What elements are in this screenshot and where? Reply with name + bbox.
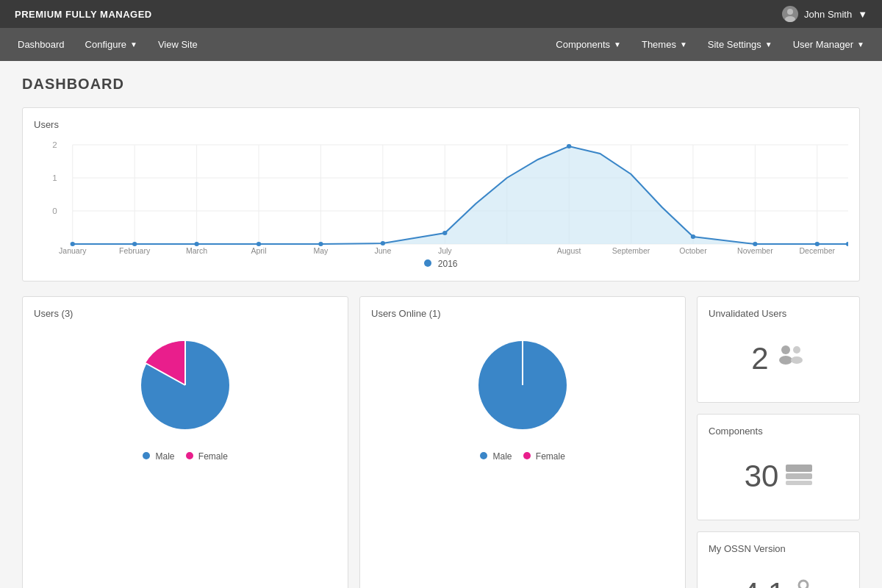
svg-point-24 [194, 242, 198, 246]
nav-dashboard[interactable]: Dashboard [7, 28, 75, 61]
svg-text:September: September [612, 247, 650, 255]
svg-point-54 [791, 356, 803, 364]
svg-point-52 [779, 356, 792, 365]
male-online-dot [480, 452, 487, 459]
unvalidated-title: Unvalidated Users [709, 308, 848, 319]
user-caret: ▼ [858, 9, 867, 20]
svg-point-1 [785, 16, 795, 22]
svg-text:2: 2 [52, 140, 57, 149]
user-manager-caret: ▼ [857, 40, 864, 49]
female-dot [186, 452, 193, 459]
users-online-title: Users Online (1) [371, 308, 674, 319]
female-online-legend: Female [523, 451, 565, 462]
svg-point-22 [71, 242, 75, 246]
user-avatar [782, 6, 798, 22]
svg-point-25 [257, 242, 261, 246]
components-caret: ▼ [614, 40, 621, 49]
user-menu[interactable]: John Smith ▼ [782, 6, 867, 22]
components-icon [786, 461, 812, 492]
configure-caret: ▼ [130, 40, 137, 49]
main-content: DASHBOARD Users 2 1 0 [0, 61, 882, 588]
svg-text:July: July [438, 247, 453, 255]
male-dot [143, 452, 150, 459]
right-stats-column: Unvalidated Users 2 Components [697, 296, 860, 588]
svg-point-27 [381, 241, 385, 245]
svg-point-26 [318, 242, 323, 246]
svg-text:December: December [799, 247, 835, 255]
ossn-title: My OSSN Version [709, 543, 848, 554]
page-title: DASHBOARD [22, 76, 860, 93]
svg-point-28 [442, 231, 447, 235]
nav-site-settings[interactable]: Site Settings ▼ [698, 28, 783, 61]
female-legend: Female [186, 451, 228, 462]
users-chart-title: Users [34, 119, 848, 130]
themes-caret: ▼ [680, 40, 687, 49]
users-card-title: Users (3) [34, 308, 337, 319]
unvalidated-card: Unvalidated Users 2 [697, 296, 860, 403]
nav-themes[interactable]: Themes ▼ [631, 28, 698, 61]
users-chart: 2 1 0 [34, 137, 848, 270]
ossn-value: 4.1 [709, 562, 848, 588]
components-title: Components [709, 426, 848, 437]
svg-text:May: May [313, 247, 329, 255]
users-online-card: Users Online (1) Male Female [359, 296, 686, 588]
svg-text:October: October [679, 247, 707, 255]
nav-bar: Dashboard Configure ▼ View Site Componen… [0, 28, 882, 61]
nav-configure[interactable]: Configure ▼ [75, 28, 148, 61]
users-card: Users (3) Male Fe [22, 296, 348, 588]
svg-point-23 [132, 242, 137, 246]
svg-text:April: April [251, 247, 266, 255]
nav-user-manager[interactable]: User Manager ▼ [783, 28, 875, 61]
users-chart-card: Users 2 1 0 [22, 107, 860, 282]
male-legend: Male [143, 451, 174, 462]
nav-right: Components ▼ Themes ▼ Site Settings ▼ Us… [545, 28, 875, 61]
nav-components[interactable]: Components ▼ [545, 28, 631, 61]
svg-rect-56 [786, 473, 812, 479]
svg-rect-57 [786, 481, 812, 485]
svg-point-31 [753, 242, 757, 246]
brand-name: PREMIUM FULLY MANAGED [15, 9, 152, 20]
chart-legend-label: 2016 [438, 259, 458, 269]
svg-text:March: March [186, 247, 208, 255]
svg-point-30 [691, 234, 695, 239]
svg-text:November: November [737, 247, 773, 255]
svg-point-51 [781, 345, 790, 354]
male-online-legend: Male [480, 451, 512, 462]
ossn-icon [792, 578, 814, 589]
nav-left: Dashboard Configure ▼ View Site [7, 28, 208, 61]
users-legend: Male Female [143, 451, 228, 462]
components-card: Components 30 [697, 414, 860, 520]
svg-point-0 [787, 9, 793, 15]
users-icon [776, 343, 806, 374]
middle-row: Users (3) Male Fe [22, 296, 860, 588]
users-online-legend: Male Female [480, 451, 565, 462]
svg-rect-55 [786, 465, 812, 472]
site-settings-caret: ▼ [765, 40, 772, 49]
svg-point-29 [567, 144, 571, 148]
svg-text:January: January [59, 247, 87, 255]
users-online-pie-area: Male Female [371, 326, 674, 462]
top-bar: PREMIUM FULLY MANAGED John Smith ▼ [0, 0, 882, 28]
svg-text:February: February [119, 247, 151, 255]
user-name: John Smith [804, 9, 852, 20]
users-pie-area: Male Female [34, 326, 337, 462]
nav-view-site[interactable]: View Site [148, 28, 208, 61]
svg-point-53 [793, 346, 800, 354]
svg-point-58 [799, 581, 808, 589]
components-value: 30 [709, 444, 848, 509]
female-online-dot [523, 452, 531, 459]
svg-point-33 [846, 242, 848, 246]
svg-text:August: August [557, 247, 581, 255]
svg-point-32 [815, 242, 820, 246]
unvalidated-value: 2 [709, 326, 848, 391]
svg-text:1: 1 [52, 173, 57, 182]
ossn-version-card: My OSSN Version 4.1 [697, 531, 860, 588]
svg-text:June: June [374, 247, 391, 255]
svg-text:0: 0 [52, 207, 57, 215]
